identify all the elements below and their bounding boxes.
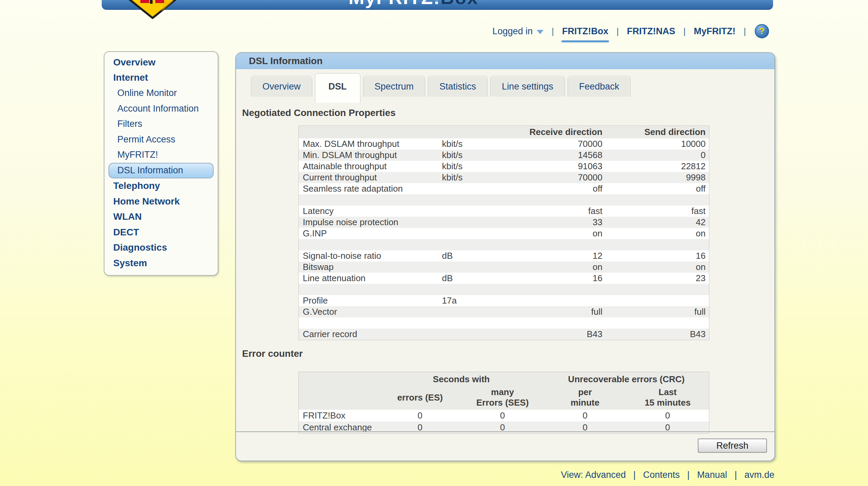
top-nav-links: |FRITZ!Box|FRITZ!NAS|MyFRITZ!|: [544, 26, 754, 37]
receive-value: [502, 317, 606, 329]
sidebar-item-online-monitor[interactable]: Online Monitor: [104, 85, 218, 101]
row-unit: [442, 228, 503, 239]
row-label: Profile: [299, 295, 442, 306]
row-unit: [442, 306, 503, 317]
sidebar-item-system[interactable]: System: [104, 255, 218, 271]
sidebar-item-wlan[interactable]: WLAN: [104, 209, 218, 225]
spacer-row: [299, 317, 709, 329]
table-row: Impulse noise protection3342: [299, 217, 709, 228]
send-value: [606, 284, 709, 295]
receive-value: 70000: [502, 172, 606, 183]
row-label: Current throughput: [299, 172, 442, 183]
send-value: [606, 194, 709, 206]
error-column-header: Last15 minutes: [626, 386, 709, 410]
row-label: Bitswap: [299, 261, 442, 273]
send-value: 16: [606, 250, 709, 261]
row-label: [299, 284, 442, 295]
top-nav: Logged in |FRITZ!Box|FRITZ!NAS|MyFRITZ!|…: [492, 24, 769, 39]
row-label: G.Vector: [299, 306, 442, 317]
row-unit: [442, 206, 503, 217]
footer-link-view-advanced[interactable]: View: Advanced: [561, 470, 626, 480]
error-value: 0: [626, 410, 709, 422]
page: MyFRITZ!Box Logged in |FRITZ!Box|FRITZ!N…: [0, 0, 868, 486]
row-label: G.INP: [299, 228, 442, 239]
footer-separator: |: [687, 470, 690, 480]
sidebar-item-account-information[interactable]: Account Information: [104, 101, 218, 117]
sidebar-item-myfritz[interactable]: MyFRITZ!: [104, 147, 218, 163]
nav-link-fritz-box[interactable]: FRITZ!Box: [562, 26, 608, 37]
refresh-button[interactable]: Refresh: [698, 439, 767, 453]
tab-feedback[interactable]: Feedback: [568, 76, 631, 97]
row-label: Min. DSLAM throughput: [299, 150, 442, 161]
sidebar-item-dsl-information[interactable]: DSL Information: [108, 163, 214, 178]
row-label: Carrier record: [299, 329, 442, 340]
send-value: [606, 295, 709, 306]
empty-header-cell: [299, 386, 379, 410]
table-row: Latencyfastfast: [299, 206, 709, 217]
sidebar-item-dect[interactable]: DECT: [104, 225, 218, 240]
receive-value: 16: [502, 273, 606, 284]
receive-value: off: [502, 183, 606, 194]
row-unit: [442, 194, 503, 206]
nav-separator: |: [683, 26, 686, 37]
send-value: 9998: [606, 172, 709, 183]
error-column-header: errors (ES): [379, 386, 461, 410]
row-unit: kbit/s: [442, 138, 503, 150]
send-value: 22812: [606, 161, 709, 172]
connection-section-heading: Negotiated Connection Properties: [242, 108, 774, 118]
row-unit: kbit/s: [442, 161, 503, 172]
sidebar-item-home-network[interactable]: Home Network: [104, 194, 218, 209]
receive-value: 33: [502, 217, 606, 228]
receive-value: on: [502, 261, 606, 273]
send-value: off: [606, 183, 709, 194]
tab-dsl[interactable]: DSL: [315, 73, 360, 103]
row-label: Seamless rate adaptation: [299, 183, 442, 194]
footer-link-manual[interactable]: Manual: [697, 470, 727, 480]
footer: View: Advanced|Contents|Manual|avm.de: [561, 470, 774, 480]
sidebar-item-permit-access[interactable]: Permit Access: [104, 132, 218, 148]
send-value: on: [606, 261, 709, 273]
row-label: Max. DSLAM throughput: [299, 138, 442, 150]
error-value: 0: [379, 410, 461, 422]
nav-link-myfritz[interactable]: MyFRITZ!: [694, 26, 735, 37]
row-label: Attainable throughput: [299, 161, 442, 172]
receive-value: full: [502, 306, 606, 317]
sidebar-item-telephony[interactable]: Telephony: [104, 178, 218, 194]
help-icon[interactable]: ?: [755, 24, 769, 38]
spacer-row: [299, 239, 709, 250]
send-value: 0: [606, 150, 709, 161]
sidebar-item-overview[interactable]: Overview: [104, 55, 218, 70]
row-label: FRITZ!Box: [299, 410, 379, 422]
error-section-heading: Error counter: [242, 349, 774, 358]
footer-link-avm-de[interactable]: avm.de: [744, 470, 774, 480]
send-value: 42: [606, 217, 709, 228]
chevron-down-icon: [537, 30, 544, 34]
tab-overview[interactable]: Overview: [251, 76, 312, 97]
row-label: Line attenuation: [299, 273, 442, 284]
receive-value: [502, 284, 606, 295]
row-unit: [442, 329, 503, 340]
row-unit: kbit/s: [442, 172, 503, 183]
footer-link-contents[interactable]: Contents: [643, 470, 680, 480]
tab-line-settings[interactable]: Line settings: [490, 76, 565, 97]
receive-value: [502, 239, 606, 250]
footer-separator: |: [734, 470, 737, 480]
receive-value: 70000: [502, 138, 606, 150]
sidebar-item-internet[interactable]: Internet: [104, 70, 218, 86]
row-unit: [442, 284, 503, 295]
logged-in-menu[interactable]: Logged in: [492, 26, 544, 37]
logged-in-label: Logged in: [492, 26, 533, 37]
tab-spectrum[interactable]: Spectrum: [363, 76, 426, 97]
error-value: 0: [461, 410, 544, 422]
sidebar-item-filters[interactable]: Filters: [104, 116, 218, 132]
table-row: Bitswaponon: [299, 261, 709, 273]
nav-link-fritz-nas[interactable]: FRITZ!NAS: [627, 26, 675, 37]
row-unit: [442, 183, 503, 194]
row-unit: dB: [442, 250, 503, 261]
table-row: Profile17a: [299, 295, 709, 306]
tab-statistics[interactable]: Statistics: [428, 76, 488, 97]
sidebar-item-diagnostics[interactable]: Diagnostics: [104, 240, 218, 256]
send-value: on: [606, 228, 709, 239]
nav-separator: |: [744, 26, 746, 37]
row-label: [299, 239, 442, 250]
